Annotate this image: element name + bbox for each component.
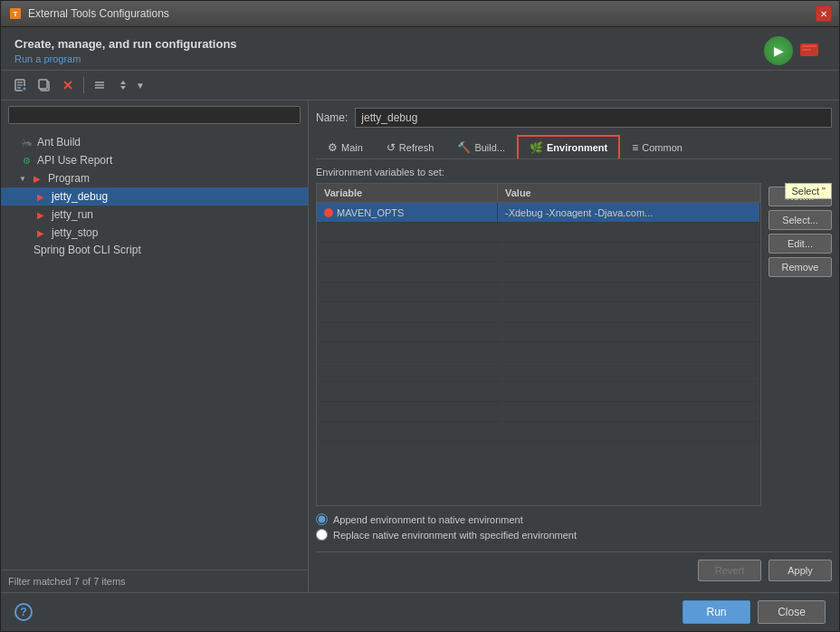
svg-rect-13 (39, 80, 47, 89)
move-button[interactable] (112, 74, 134, 96)
env-row-10[interactable] (317, 382, 760, 402)
env-row-12[interactable] (317, 422, 760, 442)
header-icon-area: ▶ (764, 36, 826, 65)
env-row-3[interactable] (317, 243, 760, 263)
append-radio[interactable] (316, 513, 328, 525)
empty-val-11 (498, 402, 760, 421)
api-icon: ⚙ (19, 153, 33, 168)
help-button[interactable]: ? (14, 603, 33, 621)
env-row-9[interactable] (317, 362, 760, 382)
header-section: Create, manage, and run configurations R… (1, 27, 839, 71)
close-window-button[interactable]: ✕ (816, 5, 832, 22)
empty-val-2 (498, 223, 760, 242)
tree-item-spring-boot[interactable]: Spring Boot CLI Script (1, 242, 308, 258)
search-input[interactable] (8, 106, 301, 124)
select-tooltip: Select " (785, 183, 832, 199)
empty-val-6 (498, 302, 760, 321)
env-row-8[interactable] (317, 342, 760, 362)
new-config-button[interactable] (10, 74, 32, 96)
empty-var-4 (317, 263, 498, 282)
common-tab-icon: ≡ (632, 141, 638, 154)
tree-item-jetty-debug[interactable]: ▶ jetty_debug (1, 187, 308, 206)
env-row-7[interactable] (317, 322, 760, 342)
env-row-6[interactable] (317, 302, 760, 322)
env-row-5[interactable] (317, 282, 760, 302)
empty-var-2 (317, 223, 498, 242)
tabs-bar: ⚙ Main ↺ Refresh 🔨 Build... 🌿 Environmen… (316, 135, 832, 159)
tree-item-program[interactable]: ▼ ▶ Program (1, 169, 308, 187)
env-table-container: Variable Value MAVEN_OPTS -Xdebug -Xnoag… (316, 183, 761, 506)
replace-radio-row: Replace native environment with specifie… (316, 529, 832, 541)
toolbar-sep1 (83, 77, 84, 93)
tree-item-ant-build[interactable]: 🐜 Ant Build (1, 133, 308, 151)
env-tab-label: Environment (547, 142, 607, 153)
dropdown-arrow[interactable]: ▼ (136, 81, 145, 91)
row-status-icon (324, 208, 333, 217)
maven-opts-variable-cell: MAVEN_OPTS (317, 203, 498, 222)
env-row-maven-opts[interactable]: MAVEN_OPTS -Xdebug -Xnoagent -Djava.com.… (317, 203, 760, 223)
maven-opts-variable: MAVEN_OPTS (337, 207, 404, 218)
refresh-tab-label: Refresh (399, 142, 434, 153)
delete-config-button[interactable] (57, 74, 79, 96)
apply-button[interactable]: Apply (768, 560, 832, 581)
title-text: External Tools Configurations (28, 7, 169, 20)
tree-item-api-use-report[interactable]: ⚙ API Use Report (1, 151, 308, 169)
remove-env-button[interactable]: Remove (768, 257, 832, 277)
tree-item-jetty-stop[interactable]: ▶ jetty_stop (1, 224, 308, 242)
tab-common[interactable]: ≡ Common (620, 136, 694, 158)
spring-boot-label: Spring Boot CLI Script (33, 244, 141, 256)
expand-icon: ▼ (19, 175, 26, 183)
empty-var-9 (317, 362, 498, 381)
tab-environment[interactable]: 🌿 Environment (517, 135, 620, 158)
replace-radio-label: Replace native environment with specifie… (333, 530, 577, 541)
svg-text:T: T (14, 10, 18, 18)
jetty-stop-icon: ▶ (33, 225, 48, 240)
program-label: Program (48, 172, 90, 185)
edit-env-button[interactable]: Edit... (768, 234, 832, 254)
jetty-debug-label: jetty_debug (52, 190, 108, 203)
select-env-button[interactable]: Select... (768, 210, 832, 230)
jetty-run-icon: ▶ (33, 207, 48, 222)
empty-val-5 (498, 282, 760, 302)
tools-icon (797, 36, 826, 65)
replace-radio[interactable] (316, 529, 328, 541)
empty-val-8 (498, 342, 760, 361)
jetty-run-label: jetty_run (52, 208, 93, 221)
env-section-label: Environment variables to set: (316, 167, 832, 177)
env-row-4[interactable] (317, 263, 760, 282)
common-tab-label: Common (642, 142, 682, 153)
toolbar: ▼ (1, 71, 839, 101)
title-bar-left: T External Tools Configurations (8, 6, 169, 21)
empty-val-3 (498, 243, 760, 262)
tree-item-jetty-run[interactable]: ▶ jetty_run (1, 206, 308, 224)
svg-marker-20 (120, 86, 126, 90)
build-tab-label: Build... (474, 142, 505, 153)
bottom-buttons: Revert Apply (316, 551, 832, 585)
ant-build-label: Ant Build (37, 136, 81, 148)
tab-main[interactable]: ⚙ Main (316, 136, 375, 158)
run-button[interactable]: Run (682, 600, 750, 624)
name-row: Name: (316, 108, 832, 128)
header-subtitle[interactable]: Run a program (14, 53, 237, 64)
collapse-button[interactable] (89, 74, 110, 96)
main-tab-label: Main (341, 142, 363, 153)
close-button[interactable]: Close (758, 600, 826, 624)
jetty-debug-icon: ▶ (33, 189, 48, 204)
tab-build[interactable]: 🔨 Build... (445, 136, 517, 158)
env-row-2[interactable] (317, 223, 760, 243)
filter-status: Filter matched 7 of 7 items (1, 570, 308, 592)
revert-button[interactable]: Revert (698, 560, 761, 581)
duplicate-config-button[interactable] (33, 74, 55, 96)
append-radio-row: Append environment to native environment (316, 513, 832, 525)
name-label: Name: (316, 111, 348, 124)
env-row-11[interactable] (317, 402, 760, 422)
svg-rect-3 (802, 45, 816, 47)
title-bar: T External Tools Configurations ✕ (1, 1, 839, 27)
main-dialog: T External Tools Configurations ✕ Create… (0, 0, 840, 632)
svg-rect-4 (802, 49, 811, 51)
tab-refresh[interactable]: ↺ Refresh (375, 136, 446, 158)
name-input[interactable] (355, 108, 832, 128)
jetty-stop-label: jetty_stop (52, 226, 98, 239)
empty-val-9 (498, 362, 760, 381)
empty-var-3 (317, 243, 498, 262)
